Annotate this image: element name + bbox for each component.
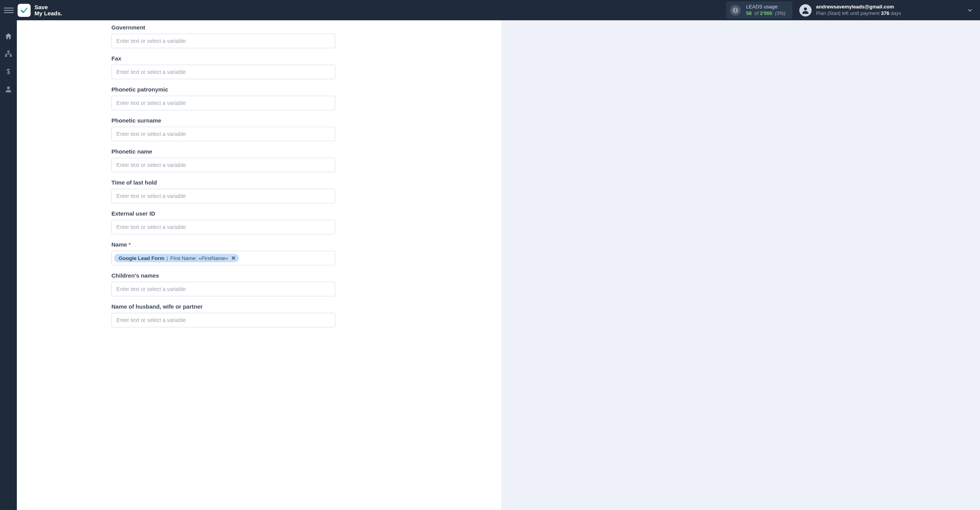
variable-input[interactable] xyxy=(111,282,335,296)
required-star-icon: * xyxy=(129,241,131,248)
chevron-down-icon[interactable] xyxy=(967,7,973,13)
menu-toggle-icon[interactable] xyxy=(4,5,14,15)
remove-chip-icon[interactable]: ✕ xyxy=(231,255,236,261)
dollar-icon[interactable] xyxy=(4,67,13,76)
field-label: Time of last hold xyxy=(111,179,335,186)
field-label: Phonetic name xyxy=(111,148,335,155)
svg-rect-5 xyxy=(5,55,7,57)
info-icon xyxy=(730,5,741,16)
avatar-icon xyxy=(799,4,812,16)
variable-input[interactable] xyxy=(111,34,335,48)
field-block: Name of husband, wife or partner xyxy=(111,303,335,327)
svg-rect-6 xyxy=(10,55,12,57)
svg-rect-4 xyxy=(7,51,10,52)
usage-title: LEADS usage: xyxy=(746,4,786,10)
account-plan: Plan |Start| left until payment 376 days xyxy=(816,10,901,17)
variable-input[interactable] xyxy=(111,189,335,203)
brand-logo[interactable]: Save My Leads. xyxy=(18,4,62,17)
variable-input[interactable] xyxy=(111,96,335,110)
field-block: Name*Google Lead Form | First Name: «Fir… xyxy=(111,241,335,265)
field-block: Phonetic surname xyxy=(111,117,335,141)
field-label: Phonetic patronymic xyxy=(111,86,335,93)
left-nav xyxy=(0,20,17,510)
field-block: Time of last hold xyxy=(111,179,335,203)
checkmark-icon xyxy=(18,4,31,17)
app-header: Save My Leads. LEADS usage: 58 of 2'000 … xyxy=(0,0,980,20)
account-email: andrewsavemyleads@gmail.com xyxy=(816,4,901,10)
field-label: Name* xyxy=(111,241,335,248)
usage-values: 58 of 2'000 (3%) xyxy=(746,10,786,16)
content-card: GovernmentFaxPhonetic patronymicPhonetic… xyxy=(17,20,501,510)
brand-name: Save My Leads. xyxy=(34,4,62,16)
field-block: Fax xyxy=(111,55,335,79)
field-block: Phonetic patronymic xyxy=(111,86,335,110)
user-icon[interactable] xyxy=(4,85,13,94)
variable-input[interactable] xyxy=(111,313,335,327)
field-block: Government xyxy=(111,24,335,48)
field-label: Phonetic surname xyxy=(111,117,335,124)
leads-usage-box[interactable]: LEADS usage: 58 of 2'000 (3%) xyxy=(726,2,792,19)
account-menu[interactable]: andrewsavemyleads@gmail.com Plan |Start|… xyxy=(799,4,973,17)
variable-input[interactable] xyxy=(111,65,335,79)
field-block: Children's names xyxy=(111,272,335,296)
field-label: Name of husband, wife or partner xyxy=(111,303,335,310)
sitemap-icon[interactable] xyxy=(4,49,13,59)
svg-point-7 xyxy=(7,87,10,89)
svg-point-3 xyxy=(804,7,807,10)
variable-input[interactable] xyxy=(111,158,335,172)
variable-input[interactable] xyxy=(111,220,335,234)
form-area: GovernmentFaxPhonetic patronymicPhonetic… xyxy=(17,20,335,327)
field-block: Phonetic name xyxy=(111,148,335,172)
variable-chip[interactable]: Google Lead Form | First Name: «FirstNam… xyxy=(114,254,239,262)
variable-input[interactable]: Google Lead Form | First Name: «FirstNam… xyxy=(111,251,335,265)
svg-point-2 xyxy=(735,8,736,9)
field-label: Fax xyxy=(111,55,335,62)
field-label: Government xyxy=(111,24,335,31)
field-label: Children's names xyxy=(111,272,335,279)
variable-input[interactable] xyxy=(111,127,335,141)
field-block: External user ID xyxy=(111,210,335,234)
main-content: GovernmentFaxPhonetic patronymicPhonetic… xyxy=(17,0,980,510)
field-label: External user ID xyxy=(111,210,335,217)
home-icon[interactable] xyxy=(4,32,13,41)
svg-rect-1 xyxy=(735,10,736,11)
